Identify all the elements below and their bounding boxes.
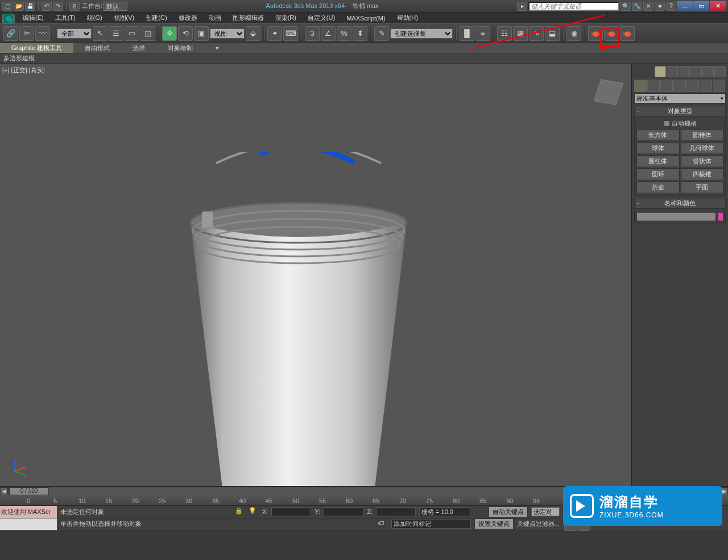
- menu-maxscript[interactable]: MAXScript(M): [341, 13, 391, 23]
- box-button[interactable]: 长方体: [636, 129, 680, 141]
- scale-icon[interactable]: ▣: [194, 26, 209, 41]
- pivot-icon[interactable]: ⬙: [246, 26, 260, 41]
- save-icon[interactable]: 💾: [25, 2, 35, 11]
- keyboard-shortcut-icon[interactable]: ⌨: [283, 26, 298, 41]
- menu-customize[interactable]: 自定义(U): [302, 13, 341, 23]
- maximize-button[interactable]: ▭: [693, 1, 709, 11]
- modify-tab-icon[interactable]: [667, 66, 678, 77]
- pyramid-button[interactable]: 四棱锥: [681, 168, 724, 180]
- help-icon[interactable]: ?: [666, 2, 676, 11]
- spinner-snap-icon[interactable]: ⬍: [353, 26, 367, 41]
- menu-create[interactable]: 创建(C): [140, 13, 172, 23]
- menu-tools[interactable]: 工具(T): [49, 13, 81, 23]
- selection-filter-dropdown[interactable]: 全部: [57, 28, 92, 39]
- create-tab-icon[interactable]: [655, 66, 666, 77]
- hierarchy-tab-icon[interactable]: [679, 66, 690, 77]
- systems-icon[interactable]: [713, 80, 725, 92]
- render-icon[interactable]: 🫖: [620, 26, 635, 41]
- snap-3-icon[interactable]: 3: [305, 26, 320, 41]
- search-icon[interactable]: 🔍: [621, 2, 631, 11]
- geometry-icon[interactable]: [634, 80, 647, 92]
- ribbon-panel-label[interactable]: 多边形建模: [3, 54, 35, 63]
- viewport-label[interactable]: [+] [正交] [真实]: [2, 66, 45, 74]
- menu-help[interactable]: 帮助(H): [391, 13, 424, 23]
- undo-icon[interactable]: ↶: [42, 2, 52, 11]
- spacewarps-icon[interactable]: [700, 80, 712, 92]
- color-swatch[interactable]: [717, 212, 723, 221]
- manipulate-icon[interactable]: ✦: [267, 26, 282, 41]
- render-frame-icon[interactable]: 🫖: [604, 26, 619, 41]
- cameras-icon[interactable]: [673, 80, 686, 92]
- menu-modifiers[interactable]: 修改器: [173, 13, 203, 23]
- select-name-icon[interactable]: ☰: [109, 26, 123, 41]
- redo-icon[interactable]: ↷: [53, 2, 63, 11]
- layer-icon[interactable]: ☷: [497, 26, 512, 41]
- menu-edit[interactable]: 编辑(E): [17, 13, 49, 23]
- exchange-icon[interactable]: ✕: [643, 2, 653, 11]
- y-input[interactable]: [324, 507, 363, 516]
- scene-explorer-icon[interactable]: ▦: [513, 26, 528, 41]
- rotate-icon[interactable]: ⟲: [178, 26, 193, 41]
- select-icon[interactable]: ↖: [93, 26, 107, 41]
- lights-icon[interactable]: [660, 80, 673, 92]
- z-input[interactable]: [376, 507, 416, 516]
- ribbon-tab-objectpaint[interactable]: 对象绘制: [156, 43, 204, 53]
- viewcube-icon[interactable]: [594, 79, 623, 105]
- category-dropdown[interactable]: 标准基本体: [634, 93, 726, 103]
- motion-tab-icon[interactable]: [690, 66, 702, 77]
- material-editor-icon[interactable]: ◉: [566, 26, 581, 41]
- shapes-icon[interactable]: [647, 80, 660, 92]
- move-icon[interactable]: ✥: [162, 26, 177, 41]
- link-icon[interactable]: ⎘: [69, 2, 80, 11]
- unlink-icon[interactable]: ✂: [19, 26, 34, 41]
- torus-button[interactable]: 圆环: [636, 168, 680, 180]
- named-selset-dropdown[interactable]: 创建选择集: [390, 28, 453, 39]
- menu-views[interactable]: 视图(V): [108, 13, 140, 23]
- app-logo-icon[interactable]: [2, 14, 15, 24]
- prev-frame-icon[interactable]: ◀: [0, 487, 8, 495]
- ribbon-tab-graphite[interactable]: Graphite 建模工具: [0, 43, 73, 53]
- cone-button[interactable]: 圆锥体: [681, 129, 724, 141]
- key-icon[interactable]: 🔧: [632, 2, 642, 11]
- autokey-button[interactable]: 自动关键点: [489, 507, 528, 517]
- selected-dropdown[interactable]: 选定对: [531, 507, 560, 516]
- object-name-input[interactable]: [636, 212, 716, 221]
- cylinder-button[interactable]: 圆柱体: [636, 155, 680, 167]
- percent-snap-icon[interactable]: %: [337, 26, 351, 41]
- schematic-icon[interactable]: ⬓: [545, 26, 560, 41]
- setkey-button[interactable]: 设置关键点: [474, 518, 514, 529]
- angle-snap-icon[interactable]: ∠: [321, 26, 336, 41]
- menu-group[interactable]: 组(G): [81, 13, 108, 23]
- window-crossing-icon[interactable]: ◫: [140, 26, 155, 41]
- star-icon[interactable]: ★: [655, 2, 665, 11]
- menu-animation[interactable]: 动画: [203, 13, 227, 23]
- select-region-icon[interactable]: ▭: [125, 26, 139, 41]
- workspace-dropdown[interactable]: 默认: [104, 2, 127, 11]
- viewport[interactable]: [+] [正交] [真实]: [0, 64, 631, 486]
- edit-selset-icon[interactable]: ✎: [374, 26, 389, 41]
- open-icon[interactable]: 📂: [14, 2, 24, 11]
- teapot-button[interactable]: 茶壶: [636, 181, 680, 193]
- align-icon[interactable]: ≡: [475, 26, 490, 41]
- timetag-icon[interactable]: 🏷: [378, 520, 388, 529]
- curve-editor-icon[interactable]: ∿: [529, 26, 544, 41]
- x-input[interactable]: [271, 507, 311, 516]
- autogrid-checkbox[interactable]: 自动栅格: [636, 118, 723, 129]
- lock-icon[interactable]: 🔒: [235, 507, 245, 516]
- ribbon-tab-selection[interactable]: 选择: [121, 43, 156, 53]
- search-input[interactable]: [528, 2, 619, 11]
- mirror-icon[interactable]: ▐▌: [460, 26, 474, 41]
- menu-grapheditors[interactable]: 图形编辑器: [227, 13, 270, 23]
- ref-coord-dropdown[interactable]: 视图: [210, 28, 245, 39]
- tube-button[interactable]: 管状体: [681, 155, 724, 167]
- plane-button[interactable]: 平面: [681, 181, 724, 193]
- sphere-button[interactable]: 球体: [636, 142, 680, 154]
- geosphere-button[interactable]: 几何球体: [681, 142, 724, 154]
- isolate-icon[interactable]: 💡: [249, 507, 259, 516]
- timetag-input[interactable]: 添加时间标记: [391, 520, 471, 529]
- ribbon-expand-icon[interactable]: ▾: [204, 43, 230, 53]
- keyfilter-link[interactable]: 关键点过滤器...: [517, 520, 560, 528]
- new-icon[interactable]: ▢: [2, 2, 13, 11]
- infocenter-icon[interactable]: ▸: [517, 2, 527, 11]
- bind-icon[interactable]: 〰: [35, 26, 50, 41]
